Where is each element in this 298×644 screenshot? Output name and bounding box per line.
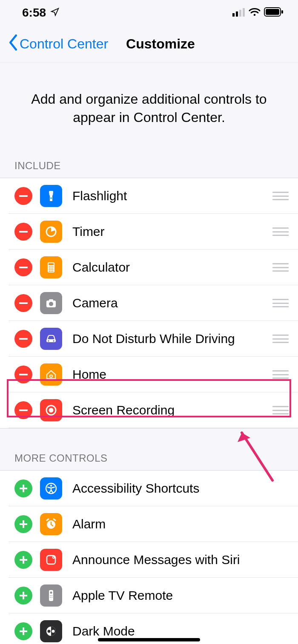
svg-rect-2 xyxy=(239,10,241,17)
wifi-icon xyxy=(249,6,261,20)
drag-handle-icon[interactable] xyxy=(272,263,289,272)
row-label: Accessibility Shortcuts xyxy=(72,481,289,496)
include-row-calculator: Calculator xyxy=(0,250,298,285)
more-row-remote: Apple TV Remote xyxy=(0,578,298,613)
remove-button[interactable] xyxy=(14,330,32,348)
record-icon xyxy=(40,399,62,421)
home-indicator xyxy=(98,638,200,641)
page-description: Add and organize additional controls to … xyxy=(0,63,298,154)
include-list: FlashlightTimerCalculatorCameraDo Not Di… xyxy=(0,178,298,428)
row-label: Camera xyxy=(72,296,272,310)
svg-rect-7 xyxy=(281,10,283,14)
chevron-left-icon xyxy=(9,34,18,54)
row-label: Announce Messages with Siri xyxy=(72,553,289,567)
camera-icon xyxy=(40,292,62,314)
location-icon xyxy=(50,6,60,20)
add-button[interactable] xyxy=(14,515,32,533)
remove-button[interactable] xyxy=(14,258,32,276)
row-label: Flashlight xyxy=(72,189,272,203)
remote-icon xyxy=(40,584,62,607)
row-label: Do Not Disturb While Driving xyxy=(72,332,272,346)
car-icon xyxy=(40,328,62,350)
remove-button[interactable] xyxy=(14,187,32,205)
row-label: Alarm xyxy=(72,517,289,531)
include-row-flashlight: Flashlight xyxy=(0,178,298,214)
more-row-accessibility: Accessibility Shortcuts xyxy=(0,471,298,506)
drag-handle-icon[interactable] xyxy=(272,227,289,236)
timer-icon xyxy=(40,221,62,243)
drag-handle-icon[interactable] xyxy=(272,192,289,200)
accessibility-icon xyxy=(40,477,62,499)
remove-button[interactable] xyxy=(14,223,32,241)
remove-button[interactable] xyxy=(14,294,32,312)
row-label: Timer xyxy=(72,224,272,239)
flashlight-icon xyxy=(40,185,62,207)
section-header-include: INCLUDE xyxy=(0,154,298,178)
remove-button[interactable] xyxy=(14,366,32,383)
nav-bar: Control Center Customize xyxy=(0,26,298,63)
home-icon xyxy=(40,363,62,386)
status-time: 6:58 xyxy=(22,6,46,20)
include-row-car: Do Not Disturb While Driving xyxy=(0,321,298,357)
add-button[interactable] xyxy=(14,587,32,604)
section-header-more: MORE CONTROLS xyxy=(0,446,298,470)
cellular-signal-icon xyxy=(232,6,245,20)
drag-handle-icon[interactable] xyxy=(272,406,289,414)
svg-rect-0 xyxy=(232,13,235,17)
more-row-siri: Announce Messages with Siri xyxy=(0,542,298,578)
calculator-icon xyxy=(40,256,62,278)
include-row-record: Screen Recording xyxy=(0,392,298,428)
add-button[interactable] xyxy=(14,622,32,640)
add-button[interactable] xyxy=(14,551,32,569)
darkmode-icon xyxy=(40,620,62,642)
battery-icon xyxy=(264,6,284,20)
drag-handle-icon[interactable] xyxy=(272,370,289,379)
alarm-icon xyxy=(40,513,62,535)
include-row-camera: Camera xyxy=(0,285,298,321)
add-button[interactable] xyxy=(14,479,32,497)
back-button[interactable]: Control Center xyxy=(9,34,108,54)
row-label: Home xyxy=(72,367,272,382)
include-row-home: Home xyxy=(0,357,298,392)
row-label: Calculator xyxy=(72,260,272,275)
more-row-alarm: Alarm xyxy=(0,506,298,542)
row-label: Dark Mode xyxy=(72,624,289,638)
more-controls-list: Accessibility ShortcutsAlarmAnnounce Mes… xyxy=(0,470,298,644)
svg-rect-3 xyxy=(243,8,245,17)
back-label: Control Center xyxy=(20,36,108,52)
include-row-timer: Timer xyxy=(0,214,298,250)
siri-icon xyxy=(40,549,62,571)
svg-point-4 xyxy=(254,14,256,16)
remove-button[interactable] xyxy=(14,401,32,419)
svg-rect-6 xyxy=(266,9,279,15)
row-label: Apple TV Remote xyxy=(72,588,289,603)
row-label: Screen Recording xyxy=(72,403,272,417)
svg-rect-1 xyxy=(236,11,238,17)
status-bar: 6:58 xyxy=(0,0,298,26)
page-title: Customize xyxy=(126,36,195,52)
drag-handle-icon[interactable] xyxy=(272,299,289,307)
drag-handle-icon[interactable] xyxy=(272,335,289,343)
